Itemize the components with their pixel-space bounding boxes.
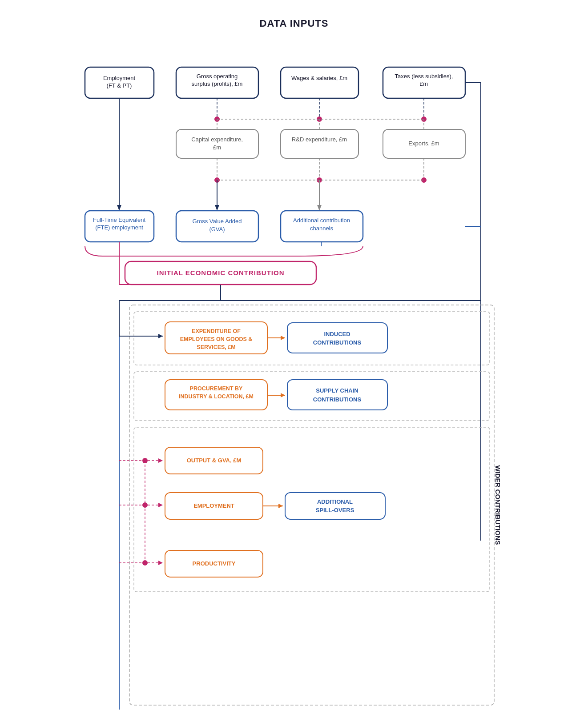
svg-text:(FTE) employment: (FTE) employment [95, 224, 143, 231]
diagram-svg: Employment (FT & PT) Gross operating sur… [81, 43, 507, 714]
svg-marker-97 [158, 561, 163, 565]
svg-text:EMPLOYMENT: EMPLOYMENT [193, 502, 234, 509]
svg-text:CONTRIBUTIONS: CONTRIBUTIONS [313, 339, 362, 346]
svg-text:PROCUREMENT BY: PROCUREMENT BY [190, 385, 243, 392]
svg-text:SPILL-OVERS: SPILL-OVERS [316, 507, 354, 513]
svg-rect-81 [287, 380, 387, 410]
svg-text:Gross Value Added: Gross Value Added [192, 218, 242, 225]
svg-marker-80 [281, 393, 285, 397]
svg-marker-71 [281, 336, 285, 340]
svg-text:Exports, £m: Exports, £m [408, 140, 439, 147]
svg-text:(GVA): (GVA) [209, 226, 225, 233]
svg-rect-106 [285, 493, 385, 519]
svg-text:OUTPUT & GVA, £M: OUTPUT & GVA, £M [187, 457, 242, 464]
svg-text:INDUSTRY & LOCATION, £M: INDUSTRY & LOCATION, £M [179, 393, 254, 400]
svg-marker-93 [158, 458, 163, 463]
svg-text:Capital expenditure,: Capital expenditure, [191, 136, 243, 143]
svg-text:INDUCED: INDUCED [324, 331, 350, 337]
svg-text:EMPLOYEES ON GOODS &: EMPLOYEES ON GOODS & [180, 336, 253, 342]
svg-marker-65 [158, 334, 163, 338]
svg-text:EXPENDITURE OF: EXPENDITURE OF [192, 328, 241, 334]
svg-text:channels: channels [310, 225, 334, 232]
svg-marker-35 [117, 205, 121, 211]
svg-text:SERVICES, £M: SERVICES, £M [197, 344, 235, 350]
box-employment: Employment [103, 75, 136, 81]
svg-text:ADDITIONAL: ADDITIONAL [317, 498, 353, 505]
svg-text:Taxes (less subsidies),: Taxes (less subsidies), [395, 73, 453, 80]
main-title: DATA INPUTS [72, 18, 516, 29]
svg-rect-5 [281, 67, 358, 98]
svg-marker-39 [317, 205, 322, 211]
svg-text:INITIAL ECONOMIC CONTRIBUTION: INITIAL ECONOMIC CONTRIBUTION [157, 269, 284, 277]
svg-text:WIDER CONTRIBUTIONS: WIDER CONTRIBUTIONS [494, 465, 502, 545]
svg-text:Full-Time Equivalent: Full-Time Equivalent [93, 217, 145, 223]
svg-text:CONTRIBUTIONS: CONTRIBUTIONS [313, 396, 362, 403]
svg-text:PRODUCTIVITY: PRODUCTIVITY [193, 560, 236, 567]
svg-text:£m: £m [213, 144, 221, 151]
svg-text:Wages & salaries, £m: Wages & salaries, £m [291, 75, 347, 81]
svg-text:R&D expenditure, £m: R&D expenditure, £m [292, 136, 347, 143]
svg-text:(FT & PT): (FT & PT) [107, 82, 132, 89]
svg-text:Gross operating: Gross operating [197, 73, 238, 80]
svg-marker-95 [158, 503, 163, 507]
svg-text:SUPPLY CHAIN: SUPPLY CHAIN [316, 387, 358, 394]
svg-rect-20 [281, 129, 358, 158]
svg-marker-37 [215, 205, 219, 211]
svg-marker-105 [278, 504, 283, 508]
svg-text:surplus (profits), £m: surplus (profits), £m [192, 80, 243, 87]
svg-rect-72 [287, 323, 387, 353]
svg-text:£m: £m [420, 80, 428, 87]
svg-text:Additional contribution: Additional contribution [293, 217, 350, 224]
